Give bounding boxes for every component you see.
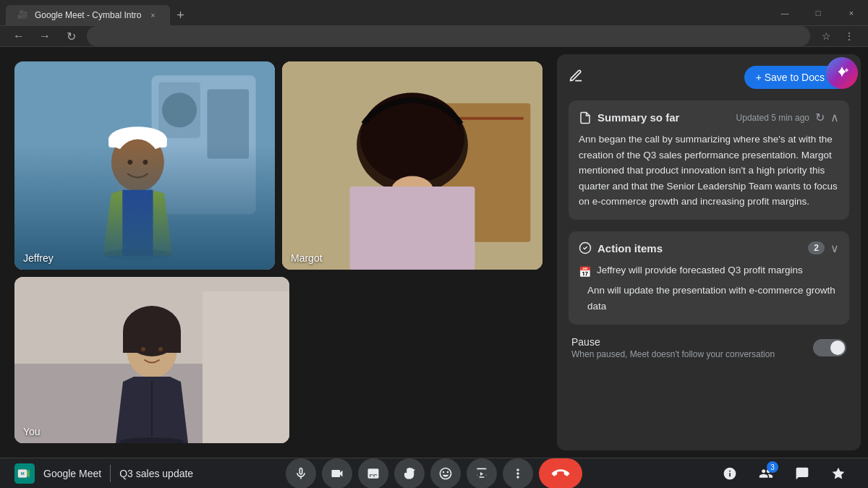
meet-logo-text: Google Meet [43, 468, 101, 479]
participant-label-jeffrey: Jeffrey [23, 252, 54, 264]
save-to-docs-label: + Save to Docs [756, 72, 825, 83]
end-call-button[interactable] [539, 458, 582, 488]
action-item-1: 📅 Jeffrey will provide forecasted Q3 pro… [579, 262, 839, 280]
action-item-2: · Ann will update the presentation with … [579, 283, 839, 314]
svg-point-29 [141, 347, 145, 351]
svg-point-10 [127, 160, 132, 165]
svg-rect-21 [350, 187, 475, 270]
pause-toggle[interactable] [813, 339, 846, 356]
activities-button[interactable] [823, 458, 854, 488]
toolbar-right: 3 [582, 458, 854, 488]
active-tab[interactable]: 🎥 Google Meet - Cymbal Intro × [6, 5, 170, 25]
meet-content: Jeffrey [0, 47, 868, 458]
raise-hand-button[interactable] [394, 458, 425, 488]
ai-panel-header: + Save to Docs ▾ [569, 66, 849, 89]
action-title-label: Action items [597, 242, 663, 254]
svg-point-9 [116, 140, 160, 189]
address-bar[interactable] [87, 26, 810, 46]
toolbar-divider [110, 465, 111, 482]
call-name: Q3 sales update [119, 468, 193, 479]
tab-title: Google Meet - Cymbal Intro [35, 10, 141, 20]
present-button[interactable] [467, 458, 497, 488]
meet-toolbar: M Google Meet Q3 sales update [0, 458, 868, 488]
action-section: Action items 2 ∨ 📅 Jeffrey will provide … [569, 231, 849, 325]
summary-title: Summary so far [579, 111, 679, 124]
action-item-1-text: Jeffrey will provide forecasted Q3 profi… [597, 262, 803, 278]
captions-button[interactable] [358, 458, 388, 488]
svg-point-4 [162, 93, 197, 127]
info-button[interactable] [715, 458, 745, 488]
svg-rect-12 [122, 190, 153, 256]
video-top-row: Jeffrey [14, 61, 542, 270]
people-badge: 3 [767, 461, 778, 473]
bookmark-icon[interactable]: ☆ [816, 26, 836, 46]
emoji-button[interactable] [430, 458, 461, 488]
browser-menu-icon[interactable]: ⋮ [839, 26, 859, 46]
video-area: Jeffrey [0, 47, 557, 458]
action-item-1-icon: 📅 [579, 264, 591, 280]
meet-logo: M [14, 463, 35, 484]
summary-meta: Updated 5 min ago ↻ ∧ [736, 111, 839, 124]
browser-tabs: 🎥 Google Meet - Cymbal Intro × + [0, 0, 196, 25]
minimize-button[interactable]: — [768, 0, 801, 26]
browser-titlebar: 🎥 Google Meet - Cymbal Intro × + — □ × [0, 0, 868, 26]
video-tile-jeffrey[interactable]: Jeffrey [14, 61, 275, 270]
participant-label-margot: Margot [291, 252, 323, 264]
summary-refresh-icon[interactable]: ↻ [815, 111, 825, 124]
people-button[interactable]: 3 [751, 458, 781, 488]
microphone-button[interactable] [286, 458, 316, 488]
google-meet-logo-icon: M [14, 463, 35, 484]
close-button[interactable]: × [835, 0, 868, 26]
maximize-button[interactable]: □ [801, 0, 835, 26]
action-header: Action items 2 ∨ [579, 241, 839, 255]
summary-title-label: Summary so far [597, 111, 679, 124]
toolbar-center [286, 458, 582, 488]
action-item-2-text: Ann will update the presentation with e-… [587, 283, 839, 314]
pause-section: Pause When paused, Meet doesn't follow y… [569, 336, 849, 359]
action-expand-icon[interactable]: ∨ [830, 241, 839, 255]
summary-updated-text: Updated 5 min ago [736, 113, 809, 123]
action-title: Action items [579, 241, 663, 254]
pause-title: Pause [571, 336, 775, 348]
svg-point-11 [143, 160, 148, 165]
more-options-button[interactable] [503, 458, 533, 488]
svg-rect-25 [203, 291, 289, 443]
ai-edit-icon[interactable] [569, 69, 583, 87]
summary-section: Summary so far Updated 5 min ago ↻ ∧ Ann… [569, 100, 849, 220]
video-tile-you[interactable]: You [14, 277, 289, 443]
video-tile-margot[interactable]: Margot [282, 61, 542, 270]
pause-info: Pause When paused, Meet doesn't follow y… [571, 336, 775, 359]
browser-navbar: ← → ↻ ☆ ⋮ [0, 26, 868, 47]
new-tab-button[interactable]: + [170, 5, 190, 25]
camera-button[interactable] [322, 458, 352, 488]
browser-frame: 🎥 Google Meet - Cymbal Intro × + — □ × ←… [0, 0, 868, 488]
svg-text:M: M [21, 472, 25, 476]
forward-button[interactable]: → [35, 26, 55, 46]
svg-point-19 [360, 93, 464, 183]
gemini-fab-button[interactable] [826, 57, 858, 89]
tab-close-button[interactable]: × [147, 9, 158, 21]
window-controls: — □ × [768, 0, 868, 25]
svg-rect-3 [207, 89, 249, 158]
action-badge: 2 [808, 241, 825, 254]
svg-rect-28 [123, 331, 181, 353]
svg-point-30 [158, 347, 163, 351]
toggle-knob [830, 341, 845, 355]
video-bottom-row: You [14, 277, 542, 443]
action-controls: 2 ∨ [808, 241, 839, 255]
toolbar-left: M Google Meet Q3 sales update [14, 463, 286, 484]
summary-header: Summary so far Updated 5 min ago ↻ ∧ [579, 111, 839, 124]
tab-favicon: 🎥 [17, 9, 29, 21]
refresh-button[interactable]: ↻ [61, 26, 81, 46]
svg-marker-39 [833, 468, 845, 479]
pause-description: When paused, Meet doesn't follow your co… [571, 349, 775, 359]
back-button[interactable]: ← [9, 26, 29, 46]
nav-right-icons: ☆ ⋮ [816, 26, 859, 46]
participant-label-you: You [23, 426, 41, 437]
summary-collapse-icon[interactable]: ∧ [830, 111, 839, 124]
ai-panel: + Save to Docs ▾ Summary so far Updat [557, 54, 861, 450]
summary-body: Ann began the call by summarizing where … [579, 132, 839, 210]
chat-button[interactable] [787, 458, 817, 488]
svg-point-13 [103, 249, 172, 260]
